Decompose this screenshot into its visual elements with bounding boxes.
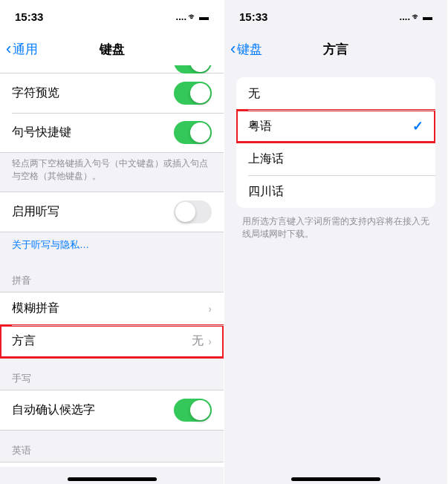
chevron-right-icon: › <box>208 303 212 315</box>
toggle-char-preview[interactable] <box>174 82 212 105</box>
row-dictation: 启用听写 <box>0 192 224 232</box>
option-none[interactable]: 无 <box>236 77 435 110</box>
back-button[interactable]: ‹ 键盘 <box>230 39 262 59</box>
row-label: 字符预览 <box>12 85 59 101</box>
back-label: 通用 <box>13 41 38 58</box>
checkmark-icon: ✓ <box>412 118 423 134</box>
section-header-pinyin: 拼音 <box>0 261 224 292</box>
row-auto-cap: 首字母自动大写 <box>0 462 224 467</box>
toggle-dictation[interactable] <box>174 200 212 223</box>
row-label: 启用听写 <box>12 204 59 220</box>
back-label: 键盘 <box>237 41 262 58</box>
status-bar: 15:33 .... ᯤ ▬ <box>224 0 447 33</box>
home-indicator[interactable] <box>68 477 157 481</box>
status-bar: 15:33 .... ᯤ ▬ <box>0 0 224 33</box>
option-shanghainese[interactable]: 上海话 <box>236 143 435 175</box>
row-label: 方言 <box>12 333 36 349</box>
footer-note: 用所选方言键入字词所需的支持内容将在接入无线局域网时下载。 <box>224 208 447 248</box>
chevron-left-icon: ‹ <box>230 39 236 59</box>
page-title: 方言 <box>323 41 348 58</box>
page-title: 键盘 <box>100 41 125 58</box>
nav-bar: ‹ 通用 键盘 <box>0 33 224 65</box>
option-label: 四川话 <box>248 184 284 200</box>
row-dialect[interactable]: 方言 无 › <box>0 325 224 358</box>
section-header-handwriting: 手写 <box>0 359 224 390</box>
home-indicator[interactable] <box>291 477 380 481</box>
row-value: 无 <box>192 333 204 349</box>
option-label: 上海话 <box>248 151 284 167</box>
option-sichuanese[interactable]: 四川话 <box>236 175 435 208</box>
row-label: 句号快捷键 <box>12 125 71 140</box>
footer-note: 轻点两下空格键插入句号（中文键盘）或插入句点与空格（其他键盘）。 <box>0 153 224 192</box>
row-period-shortcut: 句号快捷键 <box>0 113 224 152</box>
row-fuzzy-pinyin[interactable]: 模糊拼音 › <box>0 292 224 325</box>
option-cantonese[interactable]: 粤语 ✓ <box>236 110 435 143</box>
bottom-area <box>0 467 224 484</box>
status-time: 15:33 <box>15 10 43 23</box>
back-button[interactable]: ‹ 通用 <box>6 39 38 59</box>
bottom-area <box>224 467 447 484</box>
option-label: 粤语 <box>248 119 272 134</box>
nav-bar: ‹ 键盘 方言 <box>224 33 447 65</box>
chevron-left-icon: ‹ <box>6 39 11 59</box>
status-icons: .... ᯤ ▬ <box>176 11 209 22</box>
status-icons: .... ᯤ ▬ <box>400 11 432 22</box>
option-label: 无 <box>248 86 260 102</box>
row-char-preview: 字符预览 <box>0 73 224 113</box>
row-auto-confirm: 自动确认候选字 <box>0 390 224 430</box>
toggle-auto-confirm[interactable] <box>174 399 212 422</box>
toggle-period-shortcut[interactable] <box>174 121 212 144</box>
row-label: 模糊拼音 <box>12 301 59 316</box>
status-time: 15:33 <box>239 10 267 23</box>
row-label: 自动确认候选字 <box>12 402 95 418</box>
chevron-right-icon: › <box>208 336 212 347</box>
section-header-english: 英语 <box>0 431 224 462</box>
dictation-privacy-link[interactable]: 关于听写与隐私… <box>0 232 224 261</box>
